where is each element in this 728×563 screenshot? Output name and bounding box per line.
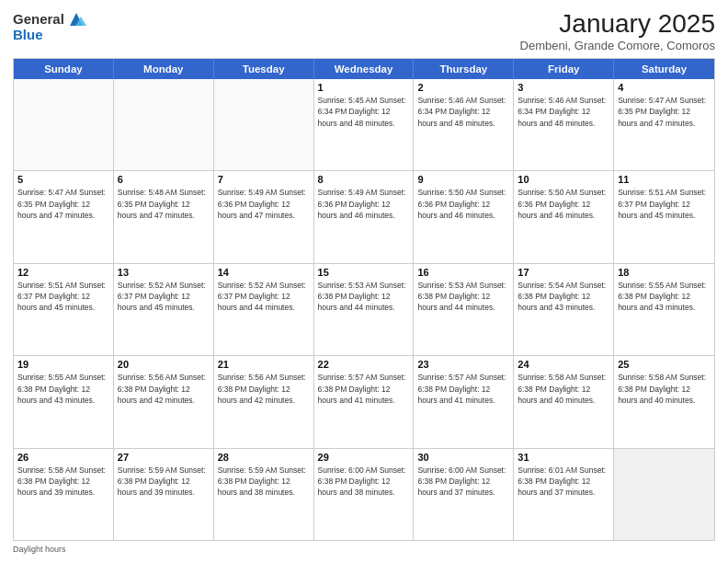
day-info: Sunrise: 5:52 AM Sunset: 6:37 PM Dayligh… [218, 280, 310, 314]
day-number: 15 [318, 267, 410, 278]
calendar-cell: 1Sunrise: 5:45 AM Sunset: 6:34 PM Daylig… [314, 79, 415, 170]
day-number: 2 [417, 82, 509, 93]
calendar-header-cell: Monday [114, 59, 214, 79]
day-number: 26 [17, 452, 109, 463]
day-info: Sunrise: 5:52 AM Sunset: 6:37 PM Dayligh… [118, 280, 210, 314]
calendar-cell: 4Sunrise: 5:47 AM Sunset: 6:35 PM Daylig… [614, 79, 714, 170]
calendar-cell: 14Sunrise: 5:52 AM Sunset: 6:37 PM Dayli… [214, 264, 314, 355]
day-number: 8 [318, 174, 410, 185]
day-info: Sunrise: 5:59 AM Sunset: 6:38 PM Dayligh… [218, 465, 310, 499]
calendar-cell: 21Sunrise: 5:56 AM Sunset: 6:38 PM Dayli… [214, 356, 314, 447]
calendar-cell: 9Sunrise: 5:50 AM Sunset: 6:36 PM Daylig… [414, 171, 514, 262]
day-info: Sunrise: 5:58 AM Sunset: 6:38 PM Dayligh… [518, 372, 609, 406]
calendar-cell: 13Sunrise: 5:52 AM Sunset: 6:37 PM Dayli… [114, 264, 214, 355]
day-number: 24 [518, 359, 609, 370]
day-info: Sunrise: 5:48 AM Sunset: 6:35 PM Dayligh… [118, 187, 210, 221]
calendar-cell: 10Sunrise: 5:50 AM Sunset: 6:36 PM Dayli… [514, 171, 614, 262]
day-info: Sunrise: 5:58 AM Sunset: 6:38 PM Dayligh… [618, 372, 711, 406]
day-info: Sunrise: 5:56 AM Sunset: 6:38 PM Dayligh… [218, 372, 310, 406]
day-info: Sunrise: 5:50 AM Sunset: 6:36 PM Dayligh… [518, 187, 609, 221]
calendar-week: 12Sunrise: 5:51 AM Sunset: 6:37 PM Dayli… [14, 264, 714, 356]
day-number: 19 [17, 359, 109, 370]
day-number: 31 [518, 452, 609, 463]
logo-blue: Blue [13, 28, 43, 43]
day-info: Sunrise: 5:49 AM Sunset: 6:36 PM Dayligh… [218, 187, 310, 221]
day-number: 29 [318, 452, 410, 463]
day-number: 4 [618, 82, 711, 93]
day-info: Sunrise: 6:00 AM Sunset: 6:38 PM Dayligh… [318, 465, 410, 499]
day-info: Sunrise: 5:47 AM Sunset: 6:35 PM Dayligh… [17, 187, 109, 221]
calendar-cell: 18Sunrise: 5:55 AM Sunset: 6:38 PM Dayli… [614, 264, 714, 355]
calendar-header-cell: Tuesday [214, 59, 314, 79]
calendar-cell: 8Sunrise: 5:49 AM Sunset: 6:36 PM Daylig… [314, 171, 415, 262]
day-number: 16 [417, 267, 509, 278]
day-number: 7 [218, 174, 310, 185]
calendar-cell: 30Sunrise: 6:00 AM Sunset: 6:38 PM Dayli… [414, 449, 514, 540]
calendar-week: 1Sunrise: 5:45 AM Sunset: 6:34 PM Daylig… [14, 79, 714, 171]
day-info: Sunrise: 5:47 AM Sunset: 6:35 PM Dayligh… [618, 95, 711, 129]
day-number: 13 [118, 267, 210, 278]
day-number: 3 [518, 82, 609, 93]
day-number: 11 [618, 174, 711, 185]
logo-icon [66, 9, 86, 29]
calendar-week: 19Sunrise: 5:55 AM Sunset: 6:38 PM Dayli… [14, 356, 714, 448]
page: General Blue January 2025 Dembeni, Grand… [0, 0, 728, 563]
day-info: Sunrise: 5:57 AM Sunset: 6:38 PM Dayligh… [417, 372, 509, 406]
day-info: Sunrise: 5:54 AM Sunset: 6:38 PM Dayligh… [518, 280, 609, 314]
page-title: January 2025 [520, 9, 715, 39]
day-info: Sunrise: 5:55 AM Sunset: 6:38 PM Dayligh… [17, 372, 109, 406]
day-number: 28 [218, 452, 310, 463]
day-number: 27 [118, 452, 210, 463]
calendar-header-cell: Thursday [414, 59, 514, 79]
day-number: 9 [417, 174, 509, 185]
calendar-cell: 23Sunrise: 5:57 AM Sunset: 6:38 PM Dayli… [414, 356, 514, 447]
calendar-week: 26Sunrise: 5:58 AM Sunset: 6:38 PM Dayli… [14, 449, 714, 540]
page-subtitle: Dembeni, Grande Comore, Comoros [520, 39, 715, 52]
day-number: 22 [318, 359, 410, 370]
calendar-cell: 5Sunrise: 5:47 AM Sunset: 6:35 PM Daylig… [14, 171, 114, 262]
calendar-cell: 19Sunrise: 5:55 AM Sunset: 6:38 PM Dayli… [14, 356, 114, 447]
day-info: Sunrise: 5:57 AM Sunset: 6:38 PM Dayligh… [318, 372, 410, 406]
day-number: 25 [618, 359, 711, 370]
calendar-cell [614, 449, 714, 540]
calendar-cell: 3Sunrise: 5:46 AM Sunset: 6:34 PM Daylig… [514, 79, 614, 170]
calendar-cell: 27Sunrise: 5:59 AM Sunset: 6:38 PM Dayli… [114, 449, 214, 540]
day-info: Sunrise: 5:51 AM Sunset: 6:37 PM Dayligh… [17, 280, 109, 314]
calendar-cell: 17Sunrise: 5:54 AM Sunset: 6:38 PM Dayli… [514, 264, 614, 355]
day-number: 6 [118, 174, 210, 185]
calendar-cell: 26Sunrise: 5:58 AM Sunset: 6:38 PM Dayli… [14, 449, 114, 540]
calendar-cell: 7Sunrise: 5:49 AM Sunset: 6:36 PM Daylig… [214, 171, 314, 262]
header: General Blue January 2025 Dembeni, Grand… [13, 9, 715, 52]
day-info: Sunrise: 5:51 AM Sunset: 6:37 PM Dayligh… [618, 187, 711, 221]
logo: General Blue [13, 9, 86, 43]
calendar-cell: 11Sunrise: 5:51 AM Sunset: 6:37 PM Dayli… [614, 171, 714, 262]
calendar-cell: 16Sunrise: 5:53 AM Sunset: 6:38 PM Dayli… [414, 264, 514, 355]
day-info: Sunrise: 5:50 AM Sunset: 6:36 PM Dayligh… [417, 187, 509, 221]
calendar-header-cell: Saturday [614, 59, 714, 79]
logo-general: General [13, 12, 64, 28]
day-number: 1 [318, 82, 410, 93]
calendar-cell: 12Sunrise: 5:51 AM Sunset: 6:37 PM Dayli… [14, 264, 114, 355]
day-number: 23 [417, 359, 509, 370]
calendar-cell: 6Sunrise: 5:48 AM Sunset: 6:35 PM Daylig… [114, 171, 214, 262]
calendar-cell: 28Sunrise: 5:59 AM Sunset: 6:38 PM Dayli… [214, 449, 314, 540]
calendar-cell: 24Sunrise: 5:58 AM Sunset: 6:38 PM Dayli… [514, 356, 614, 447]
calendar-header-cell: Sunday [14, 59, 114, 79]
day-number: 30 [417, 452, 509, 463]
calendar-week: 5Sunrise: 5:47 AM Sunset: 6:35 PM Daylig… [14, 171, 714, 263]
calendar-header-cell: Friday [514, 59, 614, 79]
day-number: 18 [618, 267, 711, 278]
day-info: Sunrise: 5:59 AM Sunset: 6:38 PM Dayligh… [118, 465, 210, 499]
calendar-cell: 15Sunrise: 5:53 AM Sunset: 6:38 PM Dayli… [314, 264, 415, 355]
day-number: 5 [17, 174, 109, 185]
day-info: Sunrise: 5:53 AM Sunset: 6:38 PM Dayligh… [318, 280, 410, 314]
day-info: Sunrise: 6:01 AM Sunset: 6:38 PM Dayligh… [518, 465, 609, 499]
day-number: 14 [218, 267, 310, 278]
calendar-cell: 29Sunrise: 6:00 AM Sunset: 6:38 PM Dayli… [314, 449, 415, 540]
day-info: Sunrise: 5:45 AM Sunset: 6:34 PM Dayligh… [318, 95, 410, 129]
day-number: 21 [218, 359, 310, 370]
day-info: Sunrise: 5:49 AM Sunset: 6:36 PM Dayligh… [318, 187, 410, 221]
calendar-cell: 31Sunrise: 6:01 AM Sunset: 6:38 PM Dayli… [514, 449, 614, 540]
calendar: SundayMondayTuesdayWednesdayThursdayFrid… [13, 58, 715, 541]
day-info: Sunrise: 6:00 AM Sunset: 6:38 PM Dayligh… [417, 465, 509, 499]
